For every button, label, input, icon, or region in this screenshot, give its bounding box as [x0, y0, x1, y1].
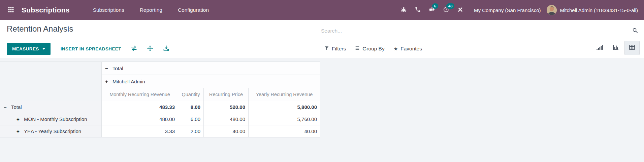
pivot-table: −Total +Mitchell Admin Monthly Recurring… — [0, 62, 320, 137]
bar-chart-icon — [612, 44, 619, 52]
collapse-icon[interactable]: − — [4, 104, 11, 110]
graph-view-button[interactable] — [592, 41, 607, 55]
measures-label: MEASURES — [12, 46, 39, 51]
col-total-label: Total — [112, 66, 123, 71]
pivot-value-cell: 8.00 — [178, 101, 204, 113]
apps-grid-icon — [8, 6, 14, 14]
measure-yearly-recurring-revenue[interactable]: Yearly Recurring Revenue — [249, 88, 320, 101]
systray: 6 48 — [396, 3, 640, 17]
download-icon — [163, 45, 170, 53]
signal-bars-icon — [596, 44, 603, 52]
activities-button[interactable]: 48 — [439, 3, 453, 17]
measures-button[interactable]: MEASURES — [7, 43, 51, 55]
col-group-label: Mitchell Admin — [112, 79, 145, 84]
pivot-value-cell: 6.00 — [178, 113, 204, 125]
filters-label: Filters — [332, 46, 346, 52]
table-row-monthly-subscription: +MON - Monthly Subscription 480.00 6.00 … — [0, 113, 320, 125]
flip-axes-icon — [130, 45, 137, 53]
pivot-value-cell: 480.00 — [204, 113, 249, 125]
insert-in-spreadsheet-button[interactable]: INSERT IN SPREADSHEET — [61, 46, 121, 51]
company-switcher[interactable]: My Company (San Francisco) — [474, 7, 541, 13]
col-header-total-row: −Total — [0, 62, 320, 75]
pivot-corner-cell — [0, 62, 102, 101]
apps-menu-button[interactable] — [5, 4, 17, 16]
page-title: Retention Analysis — [7, 24, 73, 34]
pivot-value-cell: 5,760.00 — [249, 113, 320, 125]
pivot-value-cell: 483.33 — [102, 101, 178, 113]
favorites-star-icon: ★ — [394, 46, 398, 51]
user-avatar[interactable] — [547, 5, 557, 15]
search-options: Filters Group By ★ Favorites — [324, 42, 431, 55]
phone-icon — [415, 6, 421, 14]
expand-icon[interactable]: + — [105, 79, 112, 84]
pivot-value-cell: 40.00 — [249, 125, 320, 137]
nav-configuration[interactable]: Configuration — [170, 1, 217, 19]
row-header-total[interactable]: −Total — [0, 101, 102, 113]
caret-down-icon — [42, 48, 45, 50]
measure-quantity[interactable]: Quantity — [178, 88, 204, 101]
row-label: YEA - Yearly Subscription — [24, 128, 81, 134]
pivot-value-cell: 480.00 — [102, 113, 178, 125]
filter-funnel-icon — [324, 46, 329, 52]
pivot-value-cell: 520.00 — [204, 101, 249, 113]
user-menu[interactable]: Mitchell Admin (11839431-15-0-all) — [560, 7, 638, 13]
expand-icon[interactable]: + — [17, 128, 24, 134]
group-by-label: Group By — [362, 46, 384, 52]
group-by-lines-icon — [355, 46, 360, 52]
messages-count-badge: 6 — [432, 3, 438, 9]
bar-chart-view-button[interactable] — [608, 41, 623, 55]
favorites-menu-button[interactable]: ★ Favorites — [394, 46, 422, 52]
pivot-grid-icon — [629, 44, 636, 52]
subscriptions-app-page: Subscriptions Subscriptions Reporting Co… — [0, 0, 644, 162]
messages-button[interactable]: 6 — [425, 3, 439, 17]
row-label: Total — [11, 104, 22, 110]
pivot-view-area: −Total +Mitchell Admin Monthly Recurring… — [0, 58, 644, 162]
row-header-yearly-subscription[interactable]: +YEA - Yearly Subscription — [0, 125, 102, 137]
row-header-monthly-subscription[interactable]: +MON - Monthly Subscription — [0, 113, 102, 125]
download-xlsx-button[interactable] — [163, 45, 170, 53]
filters-menu-button[interactable]: Filters — [324, 46, 346, 52]
flip-axes-button[interactable] — [130, 45, 137, 53]
col-header-mitchell-admin[interactable]: +Mitchell Admin — [102, 75, 320, 88]
top-navbar: Subscriptions Subscriptions Reporting Co… — [0, 0, 644, 20]
pivot-value-cell: 5,800.00 — [249, 101, 320, 113]
pivot-value-cell: 40.00 — [204, 125, 249, 137]
nav-reporting[interactable]: Reporting — [132, 1, 170, 19]
pivot-value-cell: 3.33 — [102, 125, 178, 137]
tools-icon — [457, 6, 463, 14]
search-bar — [321, 25, 639, 37]
expand-all-icon — [147, 45, 154, 53]
debug-button[interactable] — [396, 3, 411, 17]
expand-icon[interactable]: + — [17, 116, 24, 122]
table-row-total: −Total 483.33 8.00 520.00 5,800.00 — [0, 101, 320, 113]
app-menu: Subscriptions Reporting Configuration — [85, 1, 217, 19]
view-switcher — [592, 41, 640, 55]
row-label: MON - Monthly Subscription — [24, 116, 87, 122]
collapse-icon[interactable]: − — [105, 66, 112, 71]
expand-all-button[interactable] — [147, 45, 154, 53]
group-by-menu-button[interactable]: Group By — [355, 46, 384, 52]
control-panel: Retention Analysis MEASURES INSERT IN SP… — [0, 20, 644, 58]
table-row-yearly-subscription: +YEA - Yearly Subscription 3.33 2.00 40.… — [0, 125, 320, 137]
measure-monthly-recurring-revenue[interactable]: Monthly Recurring Revenue — [102, 88, 178, 101]
bug-icon — [400, 6, 407, 14]
search-button[interactable] — [631, 27, 639, 35]
app-name[interactable]: Subscriptions — [22, 6, 70, 14]
nav-subscriptions[interactable]: Subscriptions — [85, 1, 132, 19]
pivot-toolbar: MEASURES INSERT IN SPREADSHEET — [7, 42, 170, 55]
pivot-value-cell: 2.00 — [178, 125, 204, 137]
search-input[interactable] — [321, 28, 631, 34]
measure-recurring-price[interactable]: Recurring Price — [204, 88, 249, 101]
col-header-total[interactable]: −Total — [102, 62, 320, 75]
pivot-view-button[interactable] — [624, 41, 640, 55]
support-tools-button[interactable] — [453, 3, 467, 17]
favorites-label: Favorites — [400, 46, 422, 52]
search-icon — [632, 27, 638, 35]
voip-button[interactable] — [411, 3, 425, 17]
